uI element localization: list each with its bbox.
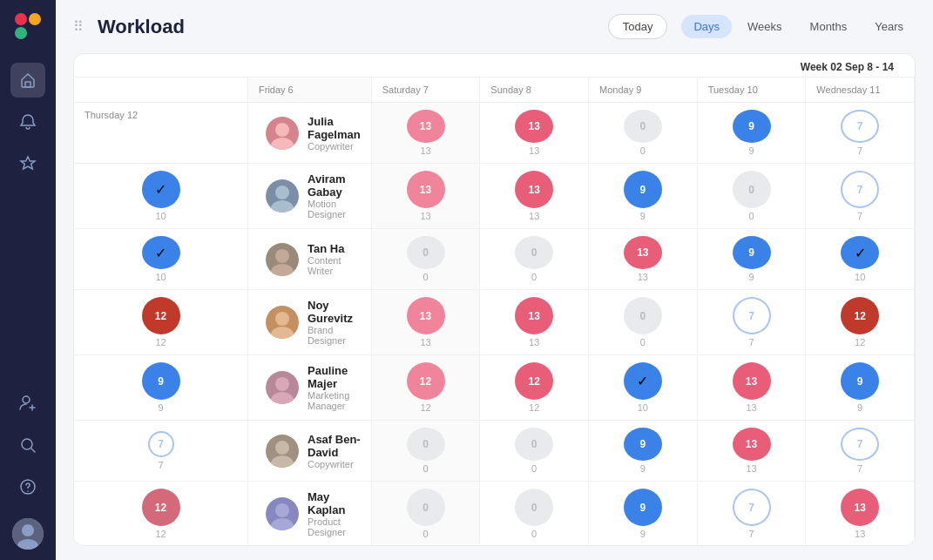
workload-cell[interactable]: 13 13	[480, 290, 589, 355]
svg-point-10	[27, 490, 29, 492]
workload-cell[interactable]: 0 0	[589, 103, 698, 164]
workload-cell[interactable]: 0 0	[698, 164, 807, 229]
workload-cell[interactable]: ✓ 10	[589, 355, 698, 421]
person-name: Asaf Ben-David	[308, 433, 361, 459]
workload-cell[interactable]: 0 0	[589, 290, 698, 355]
workload-cell[interactable]: 13 13	[480, 164, 589, 229]
workload-cell[interactable]: 13 13	[372, 164, 481, 229]
workload-cell[interactable]: 12 12	[372, 355, 481, 421]
cell-value: 9	[158, 402, 163, 413]
help-icon[interactable]	[10, 469, 45, 504]
workload-cell[interactable]: 0 0	[480, 229, 589, 290]
workload-circle: 13	[841, 489, 879, 526]
workload-cell[interactable]: 9 9	[74, 355, 248, 421]
workload-circle: 7	[733, 489, 771, 526]
tab-years[interactable]: Years	[862, 15, 916, 38]
svg-point-21	[275, 249, 289, 263]
person-cell: Pauline Majer Marketing Manager	[248, 355, 372, 421]
workload-circle: 0	[407, 236, 445, 269]
today-button[interactable]: Today	[608, 14, 668, 39]
tab-days[interactable]: Days	[681, 15, 732, 38]
tab-weeks[interactable]: Weeks	[735, 15, 794, 38]
person-avatar	[266, 306, 299, 339]
workload-cell[interactable]: 7 7	[806, 164, 915, 229]
person-cell: May Kaplan Product Designer	[248, 482, 372, 545]
cell-value: 9	[748, 272, 754, 282]
workload-cell[interactable]: 0 0	[480, 482, 589, 545]
workload-circle: 13	[515, 297, 553, 334]
workload-cell[interactable]: 9 9	[698, 229, 807, 290]
workload-cell[interactable]: 12 12	[74, 482, 248, 545]
svg-point-15	[275, 123, 289, 137]
workload-cell[interactable]: 7 7	[698, 482, 807, 545]
star-icon[interactable]	[10, 146, 45, 181]
workload-cell[interactable]: 9 9	[698, 103, 807, 164]
workload-cell[interactable]: 9 9	[589, 421, 698, 482]
cell-value: 13	[855, 529, 865, 539]
person-role: Copywriter	[308, 459, 361, 469]
person-cell: Asaf Ben-David Copywriter	[248, 421, 372, 482]
svg-point-27	[275, 377, 289, 391]
workload-circle: 12	[407, 362, 445, 400]
day-header-tue: Tuesday 10	[698, 78, 807, 103]
workload-cell[interactable]: 12 12	[480, 355, 589, 421]
workload-cell[interactable]: 13 13	[698, 355, 807, 421]
day-header-mon: Monday 9	[589, 78, 698, 103]
cell-value: 13	[529, 337, 539, 347]
tab-months[interactable]: Months	[798, 15, 860, 38]
workload-cell[interactable]: 13 13	[480, 103, 589, 164]
workload-cell[interactable]: 13 13	[372, 103, 481, 164]
cell-value: 9	[640, 529, 646, 539]
svg-line-8	[31, 449, 35, 452]
workload-cell[interactable]: ✓ 10	[74, 229, 248, 290]
cell-value: 10	[155, 272, 166, 282]
cell-value: 12	[420, 402, 430, 413]
bell-icon[interactable]	[10, 105, 45, 139]
workload-cell[interactable]: 13 13	[806, 482, 915, 545]
person-avatar	[266, 179, 299, 213]
workload-circle: 12	[841, 297, 879, 334]
workload-cell[interactable]: ✓ 10	[74, 164, 248, 229]
workload-cell[interactable]: 0 0	[372, 482, 481, 545]
cell-value: 9	[640, 463, 646, 474]
day-header-name-col	[74, 78, 248, 103]
workload-cell[interactable]: 7 7	[806, 421, 915, 482]
workload-circle: 0	[733, 171, 771, 208]
cell-value: 12	[155, 337, 166, 347]
workload-cell[interactable]: 7 7	[698, 290, 807, 355]
workload-cell[interactable]: 7 7	[806, 103, 915, 164]
svg-point-0	[15, 13, 27, 25]
workload-cell[interactable]: 9 9	[806, 355, 915, 421]
workload-cell[interactable]: 13 13	[372, 290, 481, 355]
workload-cell[interactable]: ✓ 10	[806, 229, 915, 290]
add-person-icon[interactable]	[10, 386, 45, 421]
person-cell: Aviram Gabay Motion Designer	[248, 164, 372, 229]
user-avatar[interactable]	[12, 518, 44, 550]
cell-value: 13	[420, 337, 430, 347]
workload-cell[interactable]: 0 0	[372, 421, 481, 482]
workload-cell[interactable]: 0 0	[480, 421, 589, 482]
day-header-fri: Friday 6	[248, 78, 372, 103]
person-info: Noy Gurevitz Brand Designer	[308, 299, 361, 346]
workload-cell[interactable]: 0 0	[372, 229, 481, 290]
workload-cell[interactable]: 12 12	[74, 290, 248, 355]
search-icon[interactable]	[10, 428, 45, 462]
person-avatar	[266, 497, 299, 530]
home-icon[interactable]	[10, 63, 45, 98]
person-avatar	[266, 117, 299, 150]
workload-cell[interactable]: 7 7	[74, 421, 248, 482]
cell-value: 13	[529, 145, 539, 156]
workload-circle: 7	[841, 428, 879, 461]
workload-cell[interactable]: 13 13	[589, 229, 698, 290]
workload-cell[interactable]: 13 13	[698, 421, 807, 482]
person-name: Tan Ha	[308, 242, 361, 255]
workload-cell[interactable]: 12 12	[806, 290, 915, 355]
workload-circle: 0	[624, 110, 662, 143]
person-info: May Kaplan Product Designer	[308, 490, 361, 537]
svg-point-2	[15, 27, 27, 39]
svg-point-7	[22, 439, 32, 449]
cell-value: 9	[748, 145, 754, 156]
workload-cell[interactable]: 9 9	[589, 482, 698, 545]
cell-value: 13	[746, 463, 756, 474]
workload-cell[interactable]: 9 9	[589, 164, 698, 229]
